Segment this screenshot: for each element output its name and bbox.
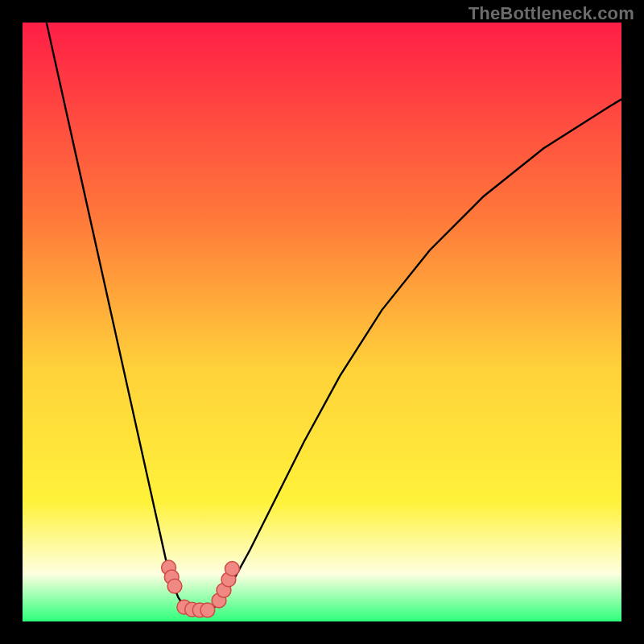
data-marker (167, 579, 182, 593)
bottleneck-chart (23, 23, 621, 621)
watermark-text: TheBottleneck.com (469, 3, 634, 24)
chart-frame: TheBottleneck.com (0, 0, 644, 644)
data-marker (200, 603, 215, 617)
plot-area (23, 23, 621, 621)
data-marker (225, 562, 239, 576)
